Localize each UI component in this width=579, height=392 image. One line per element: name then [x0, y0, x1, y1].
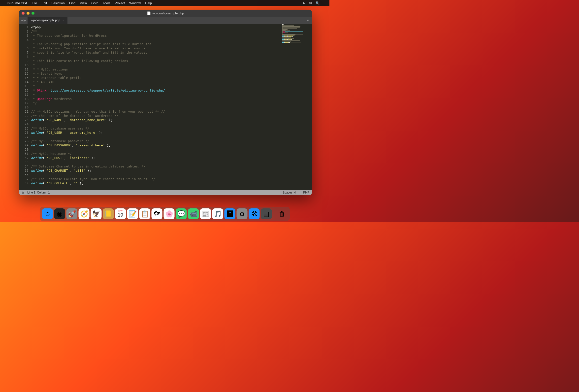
- status-spaces[interactable]: Spaces: 4: [283, 191, 296, 194]
- control-center-icon[interactable]: ☰: [323, 1, 326, 5]
- app-name[interactable]: Sublime Text: [7, 1, 27, 5]
- code-line: *: [31, 92, 282, 97]
- dock-maps-icon[interactable]: 🗺: [151, 208, 162, 219]
- tab-close-icon[interactable]: ×: [62, 19, 64, 22]
- code-line: define( 'DB_NAME', 'database_name_here' …: [31, 118, 282, 122]
- dock-messages-icon[interactable]: 💬: [176, 208, 187, 219]
- dock-music-icon[interactable]: 🎵: [212, 208, 223, 219]
- code-line: * installation. You don't have to use th…: [31, 46, 282, 50]
- minimap[interactable]: [282, 24, 312, 190]
- tab-label: wp-config-sample.php: [31, 19, 60, 22]
- status-file-icon: 🗎: [22, 191, 24, 194]
- code-line: * copy this file to "wp-config.php" and …: [31, 50, 282, 55]
- gutter: 1 2 3 4 5 6 7 8 9 10 11 12 13 14 15 16 1…: [19, 24, 31, 190]
- code-line: *: [31, 38, 282, 42]
- dock-separator: [274, 209, 274, 219]
- new-tab-icon[interactable]: ▾: [307, 18, 312, 23]
- code-line: [31, 135, 282, 139]
- code-line: *: [31, 55, 282, 59]
- menu-find[interactable]: Find: [69, 1, 75, 5]
- code-line: * * Database table prefix: [31, 76, 282, 80]
- close-button[interactable]: [22, 12, 25, 15]
- code-line: /** Database Charset to use in creating …: [31, 164, 282, 168]
- zoom-button[interactable]: [31, 12, 34, 15]
- menubar: Sublime Text File Edit Selection Find Vi…: [0, 0, 329, 6]
- code-line: /** MySQL database username */: [31, 126, 282, 131]
- code-area[interactable]: <?php/** * The base configuration for Wo…: [31, 24, 282, 190]
- code-line: /** MySQL database password */: [31, 139, 282, 143]
- dock-launchpad-icon[interactable]: 🚀: [67, 208, 77, 219]
- titlebar: 📄 wp-config-sample.php: [19, 10, 312, 17]
- code-line: * This file contains the following confi…: [31, 59, 282, 63]
- code-line: <?php: [31, 25, 282, 29]
- code-line: */: [31, 101, 282, 105]
- code-line: /** The Database Collate type. Don't cha…: [31, 177, 282, 181]
- code-line: [31, 160, 282, 164]
- screen-mirror-icon[interactable]: ⧉: [309, 1, 312, 5]
- tabbar: ◀ ▶ wp-config-sample.php × ▾: [19, 17, 312, 24]
- code-line: [31, 122, 282, 126]
- code-line: * * MySQL settings: [31, 67, 282, 72]
- dock-photos-icon[interactable]: 🌸: [164, 208, 175, 219]
- dock-reminders-icon[interactable]: 📋: [140, 208, 150, 219]
- dock-sublime-icon[interactable]: ▤: [261, 208, 272, 219]
- dock-news-icon[interactable]: 📰: [200, 208, 211, 219]
- code-line: *: [31, 84, 282, 88]
- code-line: [31, 105, 282, 109]
- code-line: define( 'DB_HOST', 'localhost' );: [31, 156, 282, 160]
- search-icon[interactable]: 🔍: [316, 1, 319, 5]
- dock-xcode-icon[interactable]: 🛠: [249, 208, 260, 219]
- editor: 1 2 3 4 5 6 7 8 9 10 11 12 13 14 15 16 1…: [19, 24, 312, 190]
- menu-project[interactable]: Project: [115, 1, 125, 5]
- code-line: define( 'DB_USER', 'username_here' );: [31, 131, 282, 135]
- dock-facetime-icon[interactable]: 📹: [188, 208, 199, 219]
- nav-back-icon[interactable]: ◀: [21, 19, 23, 22]
- code-line: define( 'DB_CHARSET', 'utf8' );: [31, 168, 282, 173]
- dock: ☺◉🚀🧭🦅📒MAY19📝📋🗺🌸💬📹📰🎵🅰⚙🛠▤🗑: [40, 207, 290, 221]
- code-line: /** The name of the database for WordPre…: [31, 114, 282, 118]
- code-line: * @link https://wordpress.org/support/ar…: [31, 88, 282, 92]
- dock-finder-icon[interactable]: ☺: [42, 208, 53, 219]
- menu-selection[interactable]: Selection: [51, 1, 65, 5]
- menu-help[interactable]: Help: [145, 1, 152, 5]
- dock-safari-icon[interactable]: 🧭: [79, 208, 89, 219]
- status-position[interactable]: Line 1, Column 1: [27, 191, 50, 194]
- tab-active[interactable]: wp-config-sample.php ×: [28, 17, 68, 24]
- code-line: /** MySQL hostname */: [31, 152, 282, 156]
- dock-appstore-icon[interactable]: 🅰: [224, 208, 235, 219]
- code-line: * The wp-config.php creation script uses…: [31, 42, 282, 46]
- minimize-button[interactable]: [27, 12, 29, 15]
- code-line: * The base configuration for WordPress: [31, 33, 282, 38]
- code-line: define( 'DB_COLLATE', '' );: [31, 181, 282, 185]
- dock-siri-icon[interactable]: ◉: [54, 208, 65, 219]
- dock-contacts-icon[interactable]: 📒: [103, 208, 114, 219]
- code-line: [31, 173, 282, 177]
- dock-trash-icon[interactable]: 🗑: [277, 208, 288, 219]
- menu-view[interactable]: View: [80, 1, 87, 5]
- code-line: * * Secret keys: [31, 72, 282, 76]
- dock-mail-icon[interactable]: 🦅: [91, 208, 102, 219]
- status-language[interactable]: PHP: [303, 191, 309, 194]
- menu-edit[interactable]: Edit: [41, 1, 47, 5]
- code-line: * * ABSPATH: [31, 80, 282, 84]
- menu-tools[interactable]: Tools: [103, 1, 110, 5]
- nav-forward-icon[interactable]: ▶: [24, 19, 26, 22]
- dock-notes-icon[interactable]: 📝: [127, 208, 138, 219]
- code-line: * @package WordPress: [31, 97, 282, 101]
- statusbar: 🗎 Line 1, Column 1 Spaces: 4 PHP: [19, 190, 312, 195]
- window-title: wp-config-sample.php: [152, 11, 184, 15]
- file-icon: 📄: [147, 11, 151, 15]
- menu-window[interactable]: Window: [129, 1, 141, 5]
- dock-settings-icon[interactable]: ⚙: [237, 208, 248, 219]
- code-line: [31, 147, 282, 152]
- menu-file[interactable]: File: [32, 1, 37, 5]
- code-line: /**: [31, 29, 282, 33]
- app-window: 📄 wp-config-sample.php ◀ ▶ wp-config-sam…: [19, 10, 312, 195]
- cursor-icon[interactable]: ➤: [303, 1, 305, 5]
- menu-goto[interactable]: Goto: [91, 1, 98, 5]
- code-line: *: [31, 63, 282, 67]
- code-line: define( 'DB_PASSWORD', 'password_here' )…: [31, 143, 282, 147]
- code-line: // ** MySQL settings - You can get this …: [31, 109, 282, 114]
- dock-calendar-icon[interactable]: MAY19: [115, 208, 126, 219]
